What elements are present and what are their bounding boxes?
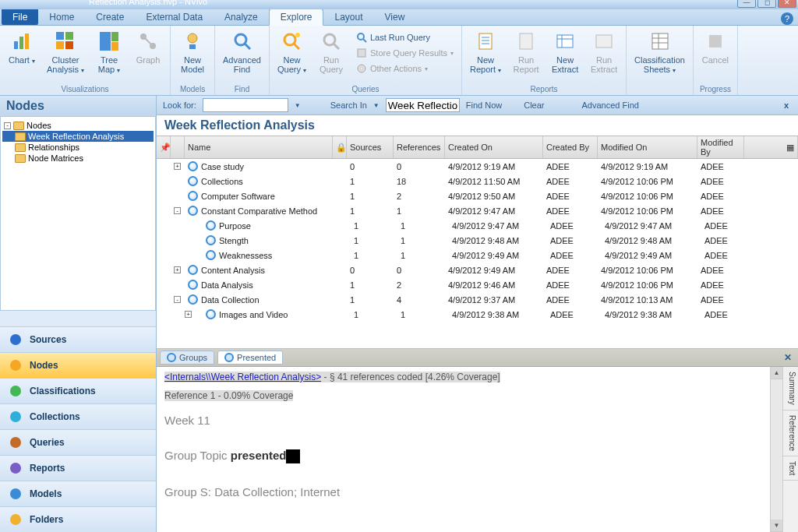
internal-link[interactable]: <Internals\\Week Reflection Analysis> [164, 372, 321, 382]
folder-icon [15, 143, 26, 152]
advancedfind-link[interactable]: Advanced Find [582, 100, 639, 110]
expand-icon[interactable]: - [174, 296, 181, 303]
table-row[interactable]: -Data Collection144/9/2012 9:37 AMADEE4/… [157, 292, 798, 307]
table-row[interactable]: Stength114/9/2012 9:48 AMADEE4/9/2012 9:… [157, 233, 798, 248]
ribbon-tabs: File HomeCreateExternal DataAnalyzeExplo… [0, 9, 798, 26]
reference-label: Reference 1 - 0.09% Coverage [164, 390, 293, 401]
graph-button: Graph [131, 27, 165, 66]
tab-home[interactable]: Home [38, 9, 85, 25]
scrollbar[interactable]: ▲ ▼ [770, 367, 782, 532]
nav-classifications[interactable]: Classifications [0, 378, 156, 403]
table-row[interactable]: Purpose114/9/2012 9:47 AMADEE4/9/2012 9:… [157, 218, 798, 233]
panel-title: Nodes [0, 96, 156, 116]
table-row[interactable]: +Images and Video114/9/2012 9:38 AMADEE4… [157, 307, 798, 322]
newreport-button[interactable]: NewReport ▾ [467, 27, 504, 76]
searchin-scope[interactable] [386, 98, 460, 112]
table-row[interactable]: Collections1184/9/2012 11:50 AMADEE4/9/2… [157, 174, 798, 188]
expand-icon[interactable]: + [174, 163, 181, 170]
col-sources[interactable]: Sources [347, 136, 394, 158]
col-created[interactable]: Created On [445, 136, 543, 158]
col-modifiedby[interactable]: Modified By [697, 136, 744, 158]
nav-models[interactable]: Models [0, 481, 156, 506]
tab-explore[interactable]: Explore [269, 9, 324, 26]
nav-reports[interactable]: Reports [0, 455, 156, 481]
chart-button[interactable]: Chart ▾ [5, 27, 39, 66]
tab-layout[interactable]: Layout [323, 9, 373, 25]
svg-rect-3 [56, 32, 64, 40]
classsheets-icon [648, 29, 673, 54]
pin-icon[interactable]: 📌 [157, 136, 171, 158]
folder-icon [15, 154, 26, 163]
cancel-button: Cancel [698, 27, 733, 66]
node-tree[interactable]: -NodesWeek Reflection AnalysisRelationsh… [0, 116, 156, 311]
lastrun-button[interactable]: Last Run Query [353, 30, 457, 44]
table-row[interactable]: Data Analysis124/9/2012 9:46 AMADEE4/9/2… [157, 277, 798, 292]
tab-create[interactable]: Create [85, 9, 135, 25]
tab-external-data[interactable]: External Data [135, 9, 214, 25]
tree-item[interactable]: Relationships [2, 142, 154, 153]
col-refs[interactable]: References [394, 136, 445, 158]
file-tab[interactable]: File [2, 9, 38, 25]
classsheets-button[interactable]: ClassificationSheets ▾ [631, 27, 688, 76]
graph-icon [136, 29, 161, 54]
table-row[interactable]: Weaknessess114/9/2012 9:49 AMADEE4/9/201… [157, 248, 798, 262]
svg-rect-39 [709, 35, 722, 48]
nav-queries[interactable]: Queries [0, 429, 156, 455]
tree-item[interactable]: Node Matrices [2, 153, 154, 164]
svg-point-46 [10, 488, 21, 499]
svg-line-16 [245, 44, 250, 49]
grid-header: 📌 Name 🔒 Sources References Created On C… [157, 136, 798, 159]
newextract-button[interactable]: NewExtract [548, 27, 582, 76]
expand-icon[interactable]: - [174, 207, 181, 214]
svg-rect-2 [25, 33, 29, 49]
tab-analyze[interactable]: Analyze [214, 9, 269, 25]
reports-icon [8, 460, 23, 476]
table-row[interactable]: +Case study004/9/2012 9:19 AMADEE4/9/201… [157, 159, 798, 174]
node-icon [188, 176, 198, 186]
advfind-button[interactable]: AdvancedFind [220, 27, 264, 76]
lookfor-input[interactable] [203, 98, 288, 112]
newmodel-button[interactable]: NewModel [175, 27, 210, 76]
detail-close-icon[interactable]: ✕ [781, 352, 795, 363]
col-createdby[interactable]: Created By [543, 136, 598, 158]
detail-content[interactable]: <Internals\\Week Reflection Analysis> - … [157, 367, 770, 532]
expand-icon[interactable]: + [174, 266, 181, 273]
searchin-label: Search In [330, 100, 367, 110]
tree-item[interactable]: -Nodes [2, 120, 154, 131]
findnow-link[interactable]: Find Now [466, 100, 502, 110]
table-row[interactable]: Computer Software124/9/2012 9:50 AMADEE4… [157, 188, 798, 203]
table-row[interactable]: -Constant Comparative Method114/9/2012 9… [157, 203, 798, 218]
col-name[interactable]: Name [185, 136, 333, 158]
nav-nodes[interactable]: Nodes [0, 352, 156, 378]
findbar-close-icon[interactable]: x [781, 100, 792, 110]
tab-view[interactable]: View [374, 9, 416, 25]
tree-item[interactable]: Week Reflection Analysis [2, 131, 154, 142]
nav-sources[interactable]: Sources [0, 326, 156, 352]
sidetab-summary[interactable]: Summary [783, 367, 798, 410]
col-icon: 🔒 [333, 136, 347, 158]
col-modified[interactable]: Modified On [598, 136, 697, 158]
col-options-icon[interactable]: ▦ [744, 136, 798, 158]
node-icon [188, 280, 198, 290]
newmodel-icon [180, 29, 205, 54]
close-button[interactable]: ✕ [778, 0, 796, 8]
clear-link[interactable]: Clear [524, 100, 544, 110]
runquery-button: RunQuery [314, 27, 348, 76]
node-icon [206, 309, 216, 319]
minimize-button[interactable]: — [737, 0, 756, 8]
node-icon [206, 220, 216, 231]
nav-collections[interactable]: Collections [0, 403, 156, 429]
detail-tab-groups[interactable]: Groups [160, 351, 214, 365]
cluster-button[interactable]: ClusterAnalysis ▾ [44, 27, 87, 76]
newquery-button[interactable]: NewQuery ▾ [274, 27, 309, 76]
sidetab-text[interactable]: Text [783, 456, 798, 481]
table-row[interactable]: +Content Analysis004/9/2012 9:49 AMADEE4… [157, 262, 798, 277]
grid-body[interactable]: +Case study004/9/2012 9:19 AMADEE4/9/201… [157, 159, 798, 349]
maximize-button[interactable]: ◻ [757, 0, 776, 8]
detail-tab-presented[interactable]: Presented [217, 351, 283, 365]
treemap-button[interactable]: TreeMap ▾ [92, 27, 126, 76]
nav-folders[interactable]: Folders [0, 506, 156, 532]
help-icon[interactable]: ? [781, 12, 793, 25]
sidetab-reference[interactable]: Reference [783, 410, 798, 456]
content-title: Week Reflection Analysis [157, 115, 798, 136]
